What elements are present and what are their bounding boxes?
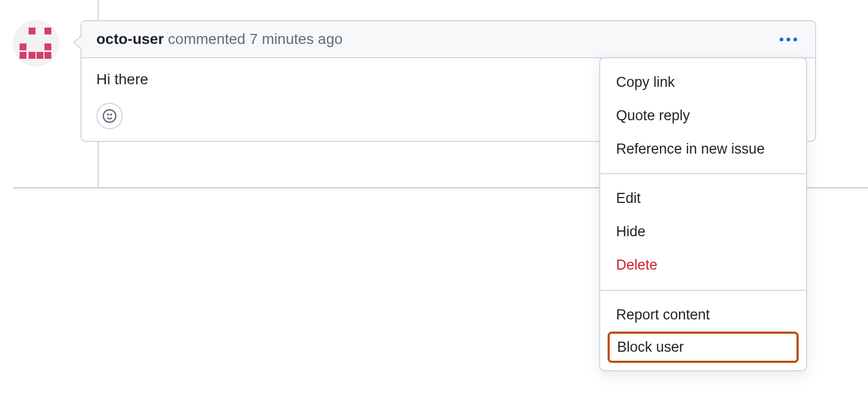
menu-item-edit[interactable]: Edit <box>600 182 806 215</box>
menu-divider <box>600 173 806 174</box>
menu-item-copy-link[interactable]: Copy link <box>600 66 806 99</box>
menu-divider <box>600 290 806 291</box>
menu-item-reference-new-issue[interactable]: Reference in new issue <box>600 132 806 166</box>
add-reaction-button[interactable] <box>96 103 123 129</box>
avatar[interactable] <box>13 20 59 67</box>
comment-header: octo-user commented 7 minutes ago <box>82 21 815 58</box>
kebab-icon <box>786 38 790 41</box>
comment-author[interactable]: octo-user <box>96 31 164 47</box>
identicon <box>13 20 59 67</box>
kebab-icon <box>793 38 797 41</box>
comment-timestamp[interactable]: 7 minutes ago <box>249 31 342 47</box>
menu-item-delete[interactable]: Delete <box>600 248 806 282</box>
comment-header-text: octo-user commented 7 minutes ago <box>96 31 342 48</box>
kebab-icon <box>780 38 783 41</box>
smiley-icon <box>103 109 116 123</box>
comment-actions-menu: Copy link Quote reply Reference in new i… <box>599 57 807 371</box>
menu-item-hide[interactable]: Hide <box>600 215 806 248</box>
menu-item-report-content[interactable]: Report content <box>600 298 806 332</box>
comment-action: commented <box>168 31 245 47</box>
menu-item-quote-reply[interactable]: Quote reply <box>600 99 806 132</box>
kebab-menu-button[interactable] <box>776 34 800 44</box>
menu-item-block-user[interactable]: Block user <box>608 332 799 363</box>
